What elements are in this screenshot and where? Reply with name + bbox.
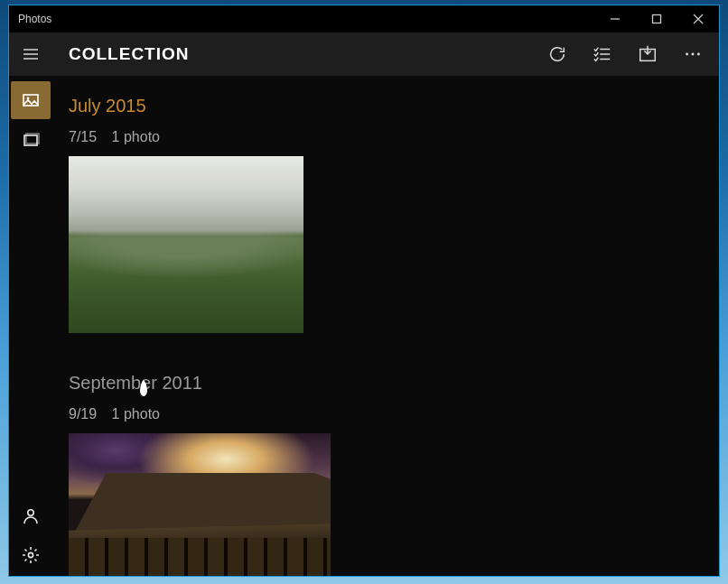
group-title[interactable]: September 2011	[69, 373, 708, 394]
maximize-icon	[651, 14, 662, 24]
group-subtitle: 7/15 1 photo	[69, 129, 708, 145]
sidebar-item-collection[interactable]	[11, 81, 51, 119]
group-date[interactable]: 7/15	[69, 129, 97, 144]
body: July 2015 7/15 1 photo September 2011 9/…	[9, 76, 719, 576]
sidebar-item-settings[interactable]	[11, 536, 51, 574]
refresh-button[interactable]	[535, 32, 580, 76]
minimize-button[interactable]	[594, 5, 636, 32]
commandbar: COLLECTION	[52, 32, 719, 76]
titlebar: Photos	[9, 5, 719, 32]
photo-thumbnail[interactable]	[69, 433, 331, 576]
import-icon	[638, 44, 658, 64]
sidebar-item-albums[interactable]	[11, 121, 51, 159]
group-date[interactable]: 9/19	[69, 406, 97, 422]
svg-point-12	[686, 53, 688, 56]
hamburger-icon	[22, 45, 40, 63]
svg-point-14	[697, 53, 700, 56]
svg-point-20	[28, 552, 33, 557]
select-icon	[593, 44, 612, 64]
group-count: 1 photo	[112, 406, 160, 422]
maximize-button[interactable]	[636, 5, 677, 32]
svg-rect-15	[23, 95, 38, 106]
svg-point-13	[692, 53, 695, 56]
photo-thumbnail[interactable]	[69, 156, 303, 333]
group-title[interactable]: July 2015	[69, 96, 708, 116]
svg-point-19	[28, 510, 33, 515]
hamburger-button[interactable]	[9, 32, 52, 76]
content-scroll[interactable]: July 2015 7/15 1 photo September 2011 9/…	[52, 76, 719, 576]
import-button[interactable]	[625, 32, 670, 76]
refresh-icon	[547, 44, 567, 64]
svg-rect-1	[653, 15, 661, 23]
sidebar-item-signin[interactable]	[11, 496, 51, 534]
page-title: COLLECTION	[69, 44, 190, 64]
close-icon	[693, 14, 704, 24]
photo-group: July 2015 7/15 1 photo	[69, 96, 708, 333]
desktop: Photos COLLECTION	[0, 0, 728, 584]
app-title: Photos	[18, 13, 51, 25]
more-button[interactable]	[670, 32, 715, 76]
group-subtitle: 9/19 1 photo	[69, 406, 708, 422]
person-icon	[22, 506, 40, 524]
picture-icon	[22, 91, 40, 109]
minimize-icon	[610, 14, 621, 24]
select-button[interactable]	[580, 32, 625, 76]
photos-window: Photos COLLECTION	[9, 5, 719, 576]
close-button[interactable]	[677, 5, 719, 32]
photo-group: September 2011 9/19 1 photo	[69, 373, 708, 576]
sidebar	[9, 76, 52, 576]
albums-icon	[22, 131, 40, 149]
group-count: 1 photo	[112, 129, 160, 144]
gear-icon	[22, 546, 40, 564]
more-icon	[683, 44, 703, 64]
